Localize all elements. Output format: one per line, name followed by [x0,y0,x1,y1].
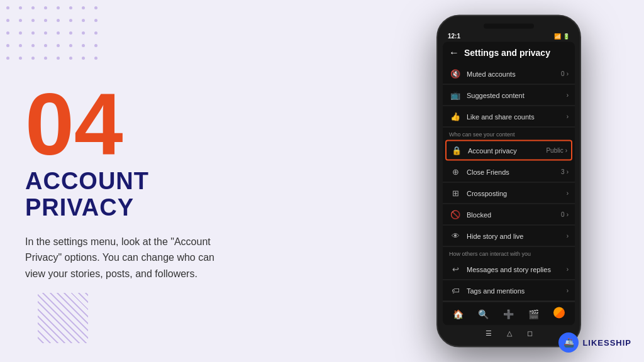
like-share-label: Like and share counts [467,112,567,120]
muted-accounts-icon: 🔇 [449,69,462,79]
nav-search-icon[interactable]: 🔍 [478,309,489,319]
android-home-btn[interactable]: △ [507,329,512,337]
suggested-content-chevron: › [567,92,569,99]
step-description: In the settings menu, look at the "Accou… [25,233,226,282]
phone-notch [484,24,534,29]
hide-story-chevron: › [567,233,569,239]
crossposting-chevron: › [567,190,569,197]
status-bar: 12:1 📶 🔋 [443,33,575,42]
dot-grid-decoration: const grid = document.querySelector('.do… [6,6,103,65]
back-button[interactable]: ← [449,47,459,58]
close-friends-value: 3 › [561,168,569,175]
hide-story-item[interactable]: 👁 Hide story and live › [443,226,575,247]
left-panel: 04 ACCOUNT PRIVACY In the settings menu,… [25,80,308,282]
tags-chevron: › [567,287,569,294]
android-menu-btn[interactable]: ☰ [486,329,492,337]
logo-icon: 🚢 [558,332,579,353]
like-share-icon: 👍 [449,112,462,121]
logo-text: LIKESSHIP [582,338,631,348]
diagonal-lines-decoration [38,293,88,343]
nav-add-icon[interactable]: ➕ [503,309,514,319]
close-friends-item[interactable]: ⊕ Close Friends 3 › [443,162,575,183]
nav-profile-icon[interactable] [553,307,565,321]
account-privacy-label: Account privacy [468,146,546,154]
step-title: ACCOUNT PRIVACY [25,168,308,221]
messages-label: Messages and story replies [467,265,567,273]
android-back-btn[interactable]: ◻ [527,329,533,337]
nav-reels-icon[interactable]: 🎬 [528,309,539,319]
hide-story-label: Hide story and live [467,232,567,239]
blocked-item[interactable]: 🚫 Blocked 0 › [443,204,575,226]
like-share-item[interactable]: 👍 Like and share counts › [443,106,575,128]
hide-story-icon: 👁 [449,231,462,241]
android-nav: ☰ △ ◻ [443,326,575,339]
messages-item[interactable]: ↩ Messages and story replies › [443,259,575,280]
screen-title: Settings and privacy [464,48,550,58]
phone-body: 12:1 📶 🔋 ← Settings and privacy 🔇 Muted … [436,15,581,348]
close-friends-icon: ⊕ [449,167,462,177]
close-friends-label: Close Friends [467,168,561,175]
status-icons: 📶 🔋 [554,33,570,39]
muted-accounts-label: Muted accounts [467,70,561,77]
messages-chevron: › [567,266,569,273]
suggested-content-icon: 📺 [449,90,462,100]
who-can-see-label: Who can see your content [443,128,575,140]
messages-icon: ↩ [449,265,462,274]
suggested-content-item[interactable]: 📺 Suggested content › [443,85,575,106]
blocked-icon: 🚫 [449,210,462,219]
blocked-value: 0 › [561,211,569,218]
step-number: 04 [25,80,308,168]
suggested-content-label: Suggested content [467,91,567,99]
account-privacy-icon: 🔒 [450,146,463,155]
blocked-label: Blocked [467,211,561,218]
status-time: 12:1 [448,33,460,40]
tags-item[interactable]: 🏷 Tags and mentions › [443,280,575,302]
account-privacy-item[interactable]: 🔒 Account privacy Public › [445,140,572,161]
account-privacy-value: Public › [546,147,567,154]
screen-header: ← Settings and privacy [443,42,575,63]
crossposting-item[interactable]: ⊞ Crossposting › [443,183,575,204]
nav-home-icon[interactable]: 🏠 [453,309,464,319]
crossposting-label: Crossposting [467,189,567,197]
phone-mockup: 12:1 📶 🔋 ← Settings and privacy 🔇 Muted … [436,15,581,348]
tags-icon: 🏷 [449,286,462,295]
like-share-chevron: › [567,113,569,120]
tags-label: Tags and mentions [467,287,567,294]
how-others-label: How others can interact with you [443,247,575,259]
bottom-nav: 🏠 🔍 ➕ 🎬 [443,302,575,326]
crossposting-icon: ⊞ [449,189,462,198]
muted-accounts-item[interactable]: 🔇 Muted accounts 0 › [443,63,575,85]
phone-screen: ← Settings and privacy 🔇 Muted accounts … [443,42,575,326]
muted-accounts-value: 0 › [561,70,569,77]
brand-logo: 🚢 LIKESSHIP [558,332,631,353]
